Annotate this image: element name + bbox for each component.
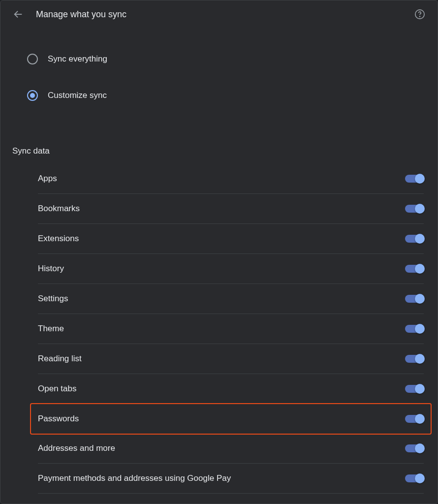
- sync-row-label: Settings: [38, 294, 68, 304]
- toggle-knob-icon: [415, 204, 425, 214]
- sync-row-extensions: Extensions: [38, 224, 424, 254]
- sync-row-label: Addresses and more: [38, 443, 115, 453]
- sync-row-label: Reading list: [38, 354, 82, 364]
- sync-row-label: Open tabs: [38, 384, 76, 394]
- toggle-extensions[interactable]: [405, 235, 424, 243]
- toggle-knob-icon: [415, 354, 425, 364]
- toggle-knob-icon: [415, 264, 425, 274]
- sync-row-passwords: Passwords: [30, 403, 432, 435]
- sync-row-label: Apps: [38, 174, 57, 184]
- sync-row-reading: Reading list: [38, 344, 424, 374]
- toggle-knob-icon: [415, 414, 425, 424]
- toggle-bookmarks[interactable]: [405, 205, 424, 213]
- radio-label: Sync everything: [48, 54, 107, 64]
- settings-panel: Manage what you sync Sync everything Cus…: [0, 0, 438, 504]
- header: Manage what you sync: [0, 0, 438, 28]
- sync-row-label: Bookmarks: [38, 204, 80, 214]
- radio-customize-sync[interactable]: Customize sync: [27, 86, 426, 105]
- toggle-open_tabs[interactable]: [405, 385, 424, 393]
- toggle-knob-icon: [415, 324, 425, 334]
- arrow-left-icon: [13, 9, 24, 20]
- sync-row-settings: Settings: [38, 284, 424, 314]
- radio-icon: [27, 54, 38, 64]
- content: Sync everything Customize sync Sync data…: [0, 28, 438, 504]
- toggle-knob-icon: [415, 174, 425, 184]
- sync-row-history: History: [38, 254, 424, 284]
- radio-sync-everything[interactable]: Sync everything: [27, 50, 426, 68]
- page-title: Manage what you sync: [36, 9, 126, 20]
- toggle-addresses[interactable]: [405, 444, 424, 452]
- toggle-theme[interactable]: [405, 325, 424, 333]
- sync-row-theme: Theme: [38, 314, 424, 344]
- sync-row-open_tabs: Open tabs: [38, 374, 424, 404]
- toggle-settings[interactable]: [405, 295, 424, 303]
- help-button[interactable]: [414, 8, 426, 20]
- back-button[interactable]: [12, 8, 24, 20]
- toggle-reading[interactable]: [405, 355, 424, 363]
- toggle-passwords[interactable]: [405, 415, 424, 423]
- svg-point-2: [419, 16, 420, 17]
- sync-mode-radio-group: Sync everything Customize sync: [12, 32, 426, 134]
- sync-row-label: Extensions: [38, 234, 79, 244]
- toggle-payment[interactable]: [405, 474, 424, 482]
- sync-data-list: AppsBookmarksExtensionsHistorySettingsTh…: [38, 164, 424, 494]
- toggle-knob-icon: [415, 443, 425, 453]
- help-icon: [414, 9, 425, 20]
- toggle-knob-icon: [415, 294, 425, 304]
- toggle-knob-icon: [415, 473, 425, 483]
- radio-label: Customize sync: [48, 91, 107, 100]
- sync-row-label: History: [38, 264, 64, 274]
- sync-row-label: Payment methods and addresses using Goog…: [38, 473, 231, 483]
- sync-row-payment: Payment methods and addresses using Goog…: [38, 464, 424, 494]
- radio-dot-icon: [30, 93, 35, 98]
- toggle-knob-icon: [415, 234, 425, 244]
- toggle-history[interactable]: [405, 265, 424, 273]
- sync-row-label: Theme: [38, 324, 64, 334]
- toggle-knob-icon: [415, 384, 425, 394]
- toggle-apps[interactable]: [405, 175, 424, 183]
- sync-row-apps: Apps: [38, 164, 424, 194]
- sync-row-bookmarks: Bookmarks: [38, 194, 424, 224]
- header-left: Manage what you sync: [12, 8, 126, 20]
- radio-icon: [27, 90, 38, 101]
- sync-row-label: Passwords: [38, 414, 79, 424]
- section-title-sync-data: Sync data: [12, 146, 426, 156]
- sync-row-addresses: Addresses and more: [38, 434, 424, 464]
